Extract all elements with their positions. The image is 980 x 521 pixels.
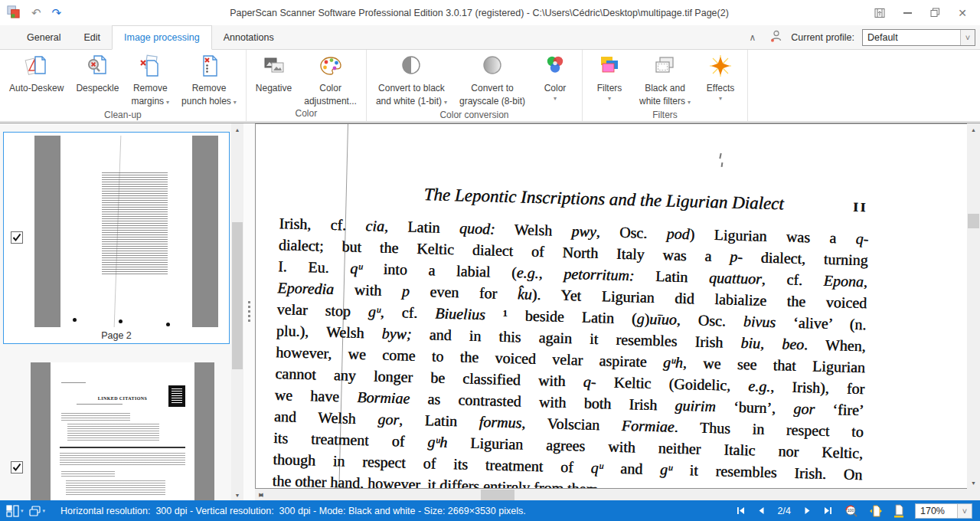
last-page-button[interactable] [823, 506, 834, 516]
effects-button[interactable]: Effects ▾ [697, 50, 744, 102]
page-checkbox[interactable] [11, 231, 23, 244]
viewer-vertical-scrollbar: ▲ ▼ [967, 123, 980, 489]
dropdown-caret-icon: ▾ [166, 99, 169, 106]
remove-margins-button[interactable]: Remove margins▾ [125, 50, 175, 108]
scroll-up-icon[interactable]: ▲ [231, 123, 243, 136]
thumbnail-page-2[interactable]: Page 2 [3, 132, 230, 344]
status-bar: ▾ ▾ Horizontal resolution: 300 dpi - Ver… [0, 500, 980, 521]
auto-deskew-button[interactable]: Auto-Deskew [3, 50, 70, 93]
zoom-100-button[interactable]: 100 [844, 503, 859, 519]
tab-edit[interactable]: Edit [72, 25, 112, 49]
dropdown-caret-icon: ▾ [608, 95, 611, 102]
ribbon-tab-bar: General Edit Image processing Annotation… [0, 25, 980, 50]
ribbon-group-color: Negative Color adjustment... Color [247, 50, 367, 121]
color-filters-icon [597, 54, 622, 80]
page-checkbox[interactable] [11, 461, 23, 473]
ribbon-group-color-conversion: Convert to black and white (1-bit)▾ Conv… [367, 50, 583, 121]
tab-annotations[interactable]: Annotations [212, 25, 286, 49]
profile-user-icon [769, 29, 783, 45]
button-label: Remove [133, 83, 168, 93]
panel-splitter[interactable] [243, 123, 255, 501]
scrollbar-thumb[interactable] [232, 222, 243, 369]
thumbnail-image [34, 136, 218, 327]
splitter-handle-icon [248, 301, 250, 324]
bw-filters-button[interactable]: Black and white filters▾ [633, 50, 697, 108]
dropdown-caret-icon: ▾ [719, 95, 722, 102]
half-circle-bw-icon [399, 54, 423, 80]
collapse-ribbon-icon[interactable]: ∧ [750, 32, 756, 43]
button-label: Color [544, 83, 567, 93]
chevron-down-icon[interactable]: ˅ [957, 504, 972, 518]
thumbnail-page-3[interactable]: LINKED CITATIONS [31, 362, 214, 501]
dropdown-caret-icon: ▾ [43, 508, 46, 514]
convert-bw-button[interactable]: Convert to black and white (1-bit)▾ [370, 50, 453, 108]
restore-icon[interactable] [929, 8, 940, 18]
scroll-right-icon[interactable]: ▶ [255, 489, 267, 501]
remove-punch-holes-button[interactable]: Remove punch holes▾ [175, 50, 243, 108]
redo-icon[interactable]: ↷ [52, 7, 62, 18]
previous-page-button[interactable] [756, 506, 766, 516]
thumbnail-doc-title: LINKED CITATIONS [77, 396, 168, 401]
auto-deskew-icon [24, 54, 49, 80]
scan-canvas: The Lepontic Inscriptions and the Liguri… [255, 123, 967, 489]
scan-heading-text: The Lepontic Inscriptions and the Liguri… [423, 185, 784, 214]
group-label-color-conversion: Color conversion [370, 108, 579, 123]
minimize-icon[interactable] [902, 8, 913, 18]
remove-punch-holes-icon [197, 54, 221, 80]
tab-general[interactable]: General [15, 25, 72, 49]
button-label: Color [319, 83, 341, 93]
negative-icon [262, 54, 286, 80]
scan-page-number: II [853, 200, 868, 215]
close-icon[interactable]: ✕ [957, 8, 968, 18]
scan-body: Irish, cf. cia, Latin quod: Welsh pwy, O… [266, 212, 868, 489]
color-button[interactable]: Color ▾ [531, 50, 579, 102]
scroll-down-icon[interactable]: ▼ [231, 489, 243, 501]
convert-grayscale-button[interactable]: Convert to grayscale (8-bit) [453, 50, 531, 106]
button-label: Black and [645, 83, 685, 93]
fit-page-button[interactable] [869, 504, 883, 518]
view-layout-button[interactable]: ▾ [6, 505, 24, 517]
current-profile-label: Current profile: [791, 32, 854, 43]
titlebar: ↶ ↷ PaperScan Scanner Software Professio… [0, 0, 980, 25]
window-arrange-button[interactable]: ▾ [28, 505, 46, 517]
zoom-level-select[interactable]: 170% ˅ [915, 503, 972, 519]
group-label-color: Color [250, 106, 363, 122]
profile-value: Default [863, 32, 960, 43]
group-label-cleanup: Clean-up [3, 108, 243, 123]
color-adjustment-button[interactable]: Color adjustment... [298, 50, 363, 106]
despeckle-button[interactable]: Despeckle [70, 50, 125, 93]
rgb-circles-icon [543, 54, 567, 80]
button-label: adjustment... [304, 96, 357, 106]
window-title: PaperScan Scanner Software Professional … [84, 8, 874, 18]
profile-select[interactable]: Default ˅ [862, 29, 975, 46]
filters-button[interactable]: Filters ▾ [586, 50, 633, 102]
scrollbar-thumb[interactable] [968, 214, 979, 228]
ribbon-toolbar: Auto-Deskew Despeckle [0, 50, 980, 122]
dropdown-caret-icon: ▾ [21, 508, 24, 514]
next-page-button[interactable] [802, 506, 813, 516]
remove-margins-icon [138, 54, 162, 80]
ribbon-group-filters: Filters ▾ Black and white filters▾ [583, 50, 748, 121]
dropdown-caret-icon: ▾ [444, 99, 447, 106]
undo-icon[interactable]: ↶ [31, 7, 41, 18]
negative-button[interactable]: Negative [250, 50, 298, 93]
starburst-icon [708, 54, 733, 80]
despeckle-icon [85, 54, 109, 80]
dropdown-caret-icon: ▾ [234, 99, 237, 106]
button-label: Negative [256, 83, 292, 93]
scrollbar-corner [967, 489, 980, 501]
bw-filters-icon [653, 54, 678, 80]
scrollbar-thumb[interactable] [481, 490, 514, 500]
chevron-down-icon[interactable]: ˅ [960, 30, 975, 45]
dock-window-icon[interactable] [874, 8, 885, 18]
first-page-button[interactable] [735, 506, 746, 516]
scroll-down-icon[interactable]: ▼ [967, 477, 980, 489]
thumbnail-label: Page 2 [4, 330, 229, 341]
document-viewer-area: The Lepontic Inscriptions and the Liguri… [255, 123, 980, 501]
button-label: Convert to black [378, 83, 445, 93]
scanned-page-text: The Lepontic Inscriptions and the Liguri… [266, 181, 869, 489]
fit-width-button[interactable] [893, 504, 905, 518]
scroll-up-icon[interactable]: ▲ [967, 123, 980, 136]
app-logo-icon [6, 5, 21, 21]
tab-image-processing[interactable]: Image processing [112, 25, 212, 50]
